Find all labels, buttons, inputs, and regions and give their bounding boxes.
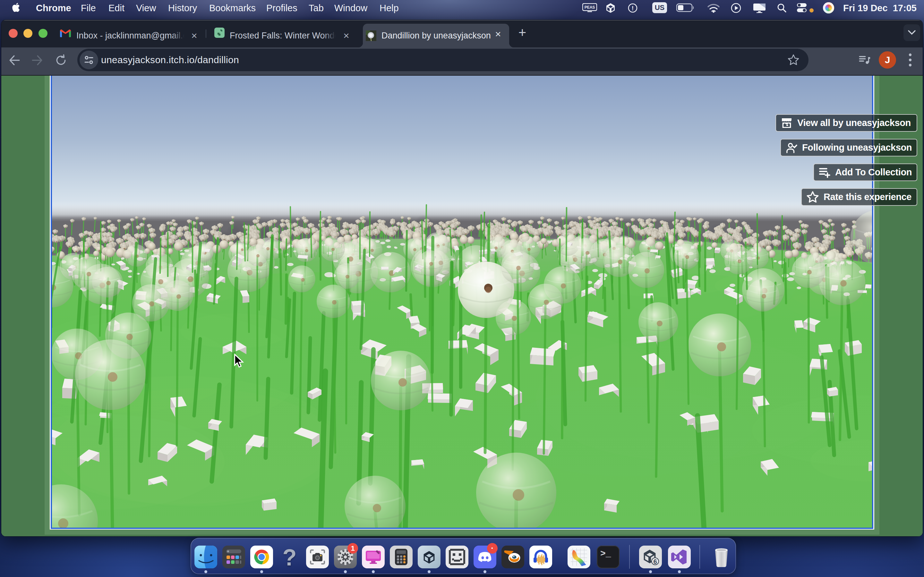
svg-text:6: 6 [653, 558, 657, 565]
svg-text:PEAS: PEAS [585, 5, 595, 10]
svg-text:>_: >_ [600, 549, 611, 559]
svg-text:!: ! [632, 5, 634, 11]
